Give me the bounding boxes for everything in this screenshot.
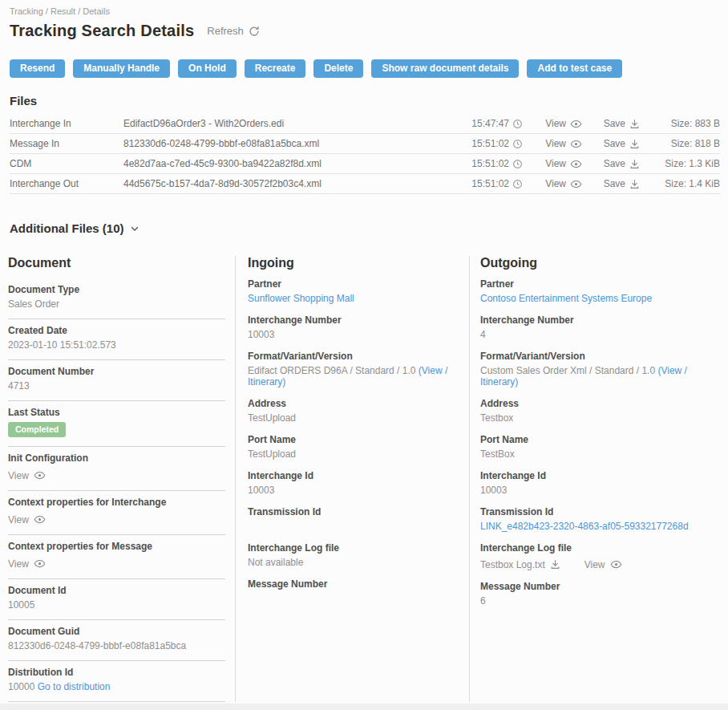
field-label: Document Guid [8, 626, 225, 637]
file-size: Size: 1.3 KiB [640, 158, 720, 169]
separator: / [443, 365, 448, 376]
field-value: 4 [480, 329, 720, 340]
outgoing-column: Outgoing Partner Contoso Entertainment S… [469, 256, 720, 702]
context-interchange-view-button[interactable]: View [8, 513, 46, 525]
init-configuration-view-button[interactable]: View [8, 469, 46, 481]
field-value: 4713 [8, 380, 225, 392]
context-properties-interchange-field: Context properties for Interchange View [8, 491, 225, 535]
eye-icon[interactable] [610, 558, 622, 570]
manually-handle-button[interactable]: Manually Handle [73, 59, 170, 78]
outgoing-partner-link[interactable]: Contoso Entertainment Systems Europe [480, 293, 652, 304]
field-value: Sales Order [8, 298, 225, 310]
field-value [248, 593, 461, 604]
clock-icon [512, 179, 523, 189]
file-time-text: 15:47:47 [471, 118, 509, 129]
document-guid-field: Document Guid 812330d6-0248-4799-bbbf-e0… [8, 620, 225, 661]
outgoing-format-itinerary-link[interactable]: Itinerary [480, 376, 515, 387]
ingoing-transmission-id-field: Transmission Id [248, 506, 461, 532]
refresh-icon [249, 26, 260, 37]
outgoing-format-view-link[interactable]: View [661, 365, 681, 376]
page-bottom-strip [0, 704, 728, 710]
save-label: Save [604, 118, 625, 129]
file-view-button[interactable]: View [523, 158, 582, 170]
view-label: View [8, 558, 29, 570]
add-to-test-case-button[interactable]: Add to test case [527, 59, 622, 78]
additional-files-toggle[interactable]: Additional Files (10) [8, 221, 720, 235]
eye-icon [34, 558, 46, 570]
file-name: 812330d6-0248-4799-bbbf-e08fa81a5bca.xml [123, 138, 454, 149]
file-save-button[interactable]: Save [582, 138, 640, 149]
file-save-button[interactable]: Save [582, 178, 640, 189]
go-to-distribution-link[interactable]: Go to distribution [38, 681, 111, 692]
download-icon [629, 159, 640, 169]
view-label: View [8, 470, 29, 481]
download-icon[interactable] [550, 559, 560, 570]
file-size: Size: 818 B [640, 138, 720, 149]
field-label: Message Number [480, 581, 720, 592]
ingoing-format-field: Format/Variant/Version Edifact ORDERS D9… [248, 351, 461, 387]
file-view-button[interactable]: View [523, 178, 582, 190]
resend-button[interactable]: Resend [10, 59, 65, 78]
format-value: Edifact ORDERS D96A / Standard / 1.0 [248, 365, 415, 376]
ingoing-format-itinerary-link[interactable]: Itinerary [248, 376, 282, 387]
file-save-button[interactable]: Save [582, 118, 640, 129]
view-label: View [545, 158, 566, 169]
field-label: Init Configuration [8, 452, 225, 464]
delete-button[interactable]: Delete [313, 59, 363, 78]
download-icon [629, 179, 640, 189]
field-label: Transmission Id [248, 506, 461, 517]
outgoing-port-name-field: Port Name TestBox [480, 434, 720, 460]
log-view-label[interactable]: View [584, 559, 605, 570]
distribution-id-value: 10000 [8, 681, 34, 692]
ingoing-interchange-id-field: Interchange Id 10003 [248, 470, 461, 496]
show-raw-document-details-button[interactable]: Show raw document details [371, 59, 519, 78]
file-save-button[interactable]: Save [582, 158, 640, 169]
ingoing-port-name-field: Port Name TestUpload [248, 434, 461, 460]
breadcrumb[interactable]: Tracking / Result / Details [8, 0, 720, 16]
ingoing-partner-link[interactable]: Sunflower Shopping Mall [248, 293, 354, 304]
refresh-button[interactable]: Refresh [207, 25, 260, 37]
field-value: 812330d6-0248-4799-bbbf-e08fa81a5bca [8, 640, 225, 651]
field-label: Document Type [8, 284, 225, 295]
file-label: Interchange Out [10, 178, 123, 189]
file-view-button[interactable]: View [523, 138, 582, 150]
ingoing-column: Ingoing Partner Sunflower Shopping Mall … [235, 256, 469, 702]
file-label: Interchange In [10, 118, 123, 129]
on-hold-button[interactable]: On Hold [178, 59, 237, 78]
field-label: Interchange Number [480, 314, 720, 326]
context-message-view-button[interactable]: View [8, 558, 46, 570]
field-label: Interchange Number [248, 314, 461, 326]
outgoing-message-number-field: Message Number 6 [480, 581, 720, 607]
paren: ) [515, 376, 518, 387]
distribution-id-field: Distribution Id 10000 Go to distribution [8, 661, 225, 702]
recreate-button[interactable]: Recreate [245, 59, 306, 78]
ingoing-format-view-link[interactable]: View [422, 365, 443, 376]
field-value [248, 521, 461, 532]
file-view-button[interactable]: View [523, 118, 582, 130]
action-buttons: Resend Manually Handle On Hold Recreate … [8, 59, 720, 78]
format-value: Custom Sales Order Xml / Standard / 1.0 [480, 365, 655, 376]
transmission-id-link[interactable]: LINK_e482b423-2320-4863-af05-59332177268… [480, 521, 689, 532]
save-label: Save [604, 178, 625, 189]
field-label: Interchange Log file [248, 542, 461, 554]
title-row: Tracking Search Details Refresh [8, 22, 720, 40]
file-time-text: 15:51:02 [471, 158, 509, 169]
eye-icon [34, 513, 46, 525]
file-time: 15:51:02 [454, 138, 523, 149]
field-label: Message Number [248, 578, 461, 590]
field-label: Context properties for Interchange [8, 497, 225, 508]
paren: ) [282, 376, 285, 387]
field-label: Document Number [8, 366, 225, 377]
file-time: 15:51:02 [454, 178, 523, 189]
init-configuration-field: Init Configuration View [8, 447, 225, 491]
document-type-field: Document Type Sales Order [8, 278, 225, 319]
field-label: Distribution Id [8, 667, 225, 678]
field-value: 10003 [248, 329, 461, 340]
field-label: Transmission Id [480, 506, 720, 517]
field-label: Port Name [480, 434, 720, 445]
field-label: Format/Variant/Version [480, 351, 720, 362]
file-label: Message In [10, 138, 123, 149]
view-label: View [545, 118, 566, 129]
ingoing-interchange-number-field: Interchange Number 10003 [248, 314, 461, 340]
files-section: Files Interchange In EdifactD96aOrder3 -… [8, 94, 720, 194]
